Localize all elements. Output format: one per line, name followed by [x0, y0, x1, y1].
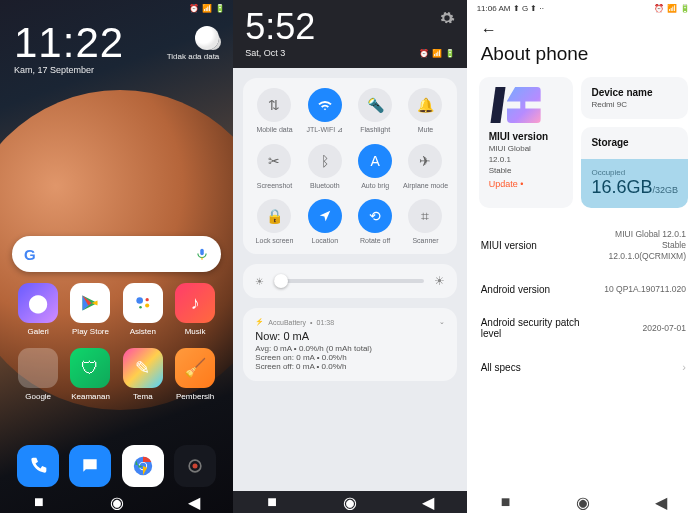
nav-bar: ■ ◉ ◀ — [467, 491, 700, 513]
nav-home[interactable]: ◉ — [343, 495, 357, 509]
qs-mobile-data[interactable]: ⇅Mobile data — [249, 88, 299, 134]
notif-line1: Avg: 0 mA • 0.0%/h (0 mAh total) — [255, 344, 444, 353]
nav-bar: ■ ◉ ◀ — [233, 491, 466, 513]
device-name-card[interactable]: Device name Redmi 9C — [581, 77, 688, 119]
svg-point-5 — [139, 306, 142, 309]
qs-date: Sat, Oct 3 — [245, 48, 285, 58]
back-button[interactable]: ← — [467, 13, 700, 39]
notif-app-icon: ⚡ — [255, 318, 264, 326]
brightness-slider[interactable]: ☀ ☀ — [243, 264, 456, 298]
dock-messages[interactable] — [69, 445, 111, 487]
notif-header: ⚡ AccuBattery • 01:38 ⌄ — [255, 318, 444, 326]
airplane-icon: ✈ — [408, 144, 442, 178]
storage-card[interactable]: Storage Occupied 16.6GB/32GB — [581, 127, 688, 208]
bell-icon: 🔔 — [408, 88, 442, 122]
svg-point-4 — [145, 303, 149, 307]
svg-point-2 — [136, 297, 143, 304]
storage-total: /32GB — [652, 185, 678, 195]
qs-scanner[interactable]: ⌗Scanner — [400, 199, 450, 244]
notif-line2: Screen on: 0 mA • 0.0%/h — [255, 353, 444, 362]
row-security-patch[interactable]: Android security patch level 2020-07-01 — [481, 306, 686, 350]
battery-icon: 🔋 — [215, 4, 225, 13]
location-icon — [308, 199, 342, 233]
spec-list: MIUI version MIUI Global 12.0.1 Stable 1… — [467, 208, 700, 384]
brightness-thumb[interactable] — [274, 274, 288, 288]
shield-icon: 🛡 — [70, 348, 110, 388]
qs-screenshot[interactable]: ✂Screenshot — [249, 144, 299, 189]
scissors-icon: ✂ — [257, 144, 291, 178]
google-search-bar[interactable]: G — [12, 236, 221, 272]
wifi-icon: 📶 — [202, 4, 212, 13]
nav-back[interactable]: ◀ — [421, 495, 435, 509]
notif-line3: Screen off: 0 mA • 0.0%/h — [255, 362, 444, 371]
qs-location[interactable]: Location — [300, 199, 350, 244]
app-music[interactable]: ♪Musik — [169, 283, 221, 336]
chevron-down-icon[interactable]: ⌄ — [439, 318, 445, 326]
weather-icon — [195, 26, 219, 50]
qs-mute[interactable]: 🔔Mute — [400, 88, 450, 134]
notif-app-name: AccuBattery — [268, 319, 306, 326]
notif-title: Now: 0 mA — [255, 330, 444, 342]
weather-widget[interactable]: Tidak ada data — [167, 26, 220, 61]
qs-lock-screen[interactable]: 🔒Lock screen — [249, 199, 299, 244]
alarm-icon: ⏰ — [189, 4, 199, 13]
qs-bluetooth[interactable]: ᛒBluetooth — [300, 144, 350, 189]
qs-toggles-grid: ⇅Mobile data JTL-WIFI ⊿ 🔦Flashlight 🔔Mut… — [243, 78, 456, 254]
miui-version-card[interactable]: MIUI version MIUI Global 12.0.1 Stable U… — [479, 77, 574, 208]
google-logo: G — [24, 246, 36, 263]
nav-back[interactable]: ◀ — [654, 495, 668, 509]
notification-accubattery[interactable]: ⚡ AccuBattery • 01:38 ⌄ Now: 0 mA Avg: 0… — [243, 308, 456, 381]
assistant-icon — [123, 283, 163, 323]
page-title: About phone — [467, 39, 700, 77]
svg-point-3 — [145, 298, 148, 301]
app-folder-google[interactable]: Google — [12, 348, 64, 401]
brush-icon: ✎ — [123, 348, 163, 388]
mobile-data-icon: ⇅ — [257, 88, 291, 122]
mic-icon[interactable] — [195, 247, 209, 261]
quick-settings-panel: 5:52 Sat, Oct 3 ⏰📶🔋 ⇅Mobile data JTL-WIF… — [233, 0, 466, 513]
update-link[interactable]: Update • — [489, 179, 564, 189]
dock-camera[interactable] — [174, 445, 216, 487]
miui-card-title: MIUI version — [489, 131, 564, 142]
auto-bright-icon: A — [358, 144, 392, 178]
qs-airplane[interactable]: ✈Airplane mode — [400, 144, 450, 189]
row-miui-version[interactable]: MIUI version MIUI Global 12.0.1 Stable 1… — [481, 218, 686, 273]
nav-recents[interactable]: ■ — [32, 495, 46, 509]
app-themes[interactable]: ✎Tema — [117, 348, 169, 401]
nav-home[interactable]: ◉ — [110, 495, 124, 509]
app-assistant[interactable]: Asisten — [117, 283, 169, 336]
brightness-high-icon: ☀ — [434, 274, 445, 288]
status-left-icons: ⬆ G ⬆ ·· — [513, 4, 544, 13]
nav-recents[interactable]: ■ — [499, 495, 513, 509]
status-bar: ⏰ 📶 🔋 — [0, 0, 233, 13]
dock-phone[interactable] — [17, 445, 59, 487]
qs-rotate[interactable]: ⟲Rotate off — [350, 199, 400, 244]
dock-chrome[interactable] — [122, 445, 164, 487]
app-grid: ⬤Galeri Play Store Asisten ♪Musik Google… — [0, 283, 233, 401]
dock — [0, 445, 233, 487]
notif-time: 01:38 — [317, 319, 335, 326]
brightness-track[interactable] — [274, 279, 423, 283]
broom-icon: 🧹 — [175, 348, 215, 388]
scanner-icon: ⌗ — [408, 199, 442, 233]
nav-bar: ■ ◉ ◀ — [0, 491, 233, 513]
qs-flashlight[interactable]: 🔦Flashlight — [350, 88, 400, 134]
nav-recents[interactable]: ■ — [265, 495, 279, 509]
app-playstore[interactable]: Play Store — [64, 283, 116, 336]
clock-date: Kam, 17 September — [14, 65, 219, 75]
row-all-specs[interactable]: All specs › — [481, 350, 686, 384]
qs-wifi[interactable]: JTL-WIFI ⊿ — [300, 88, 350, 134]
app-galeri[interactable]: ⬤Galeri — [12, 283, 64, 336]
qs-auto-brightness[interactable]: AAuto brig — [350, 144, 400, 189]
nav-back[interactable]: ◀ — [187, 495, 201, 509]
app-security[interactable]: 🛡Keamanan — [64, 348, 116, 401]
qs-time: 5:52 — [245, 6, 454, 48]
wifi-icon — [308, 88, 342, 122]
miui12-logo — [489, 87, 543, 125]
rotate-icon: ⟲ — [358, 199, 392, 233]
nav-home[interactable]: ◉ — [576, 495, 590, 509]
settings-gear-icon[interactable] — [439, 10, 455, 26]
row-android-version[interactable]: Android version 10 QP1A.190711.020 — [481, 273, 686, 306]
app-cleaner[interactable]: 🧹Pembersih — [169, 348, 221, 401]
lock-icon: 🔒 — [257, 199, 291, 233]
